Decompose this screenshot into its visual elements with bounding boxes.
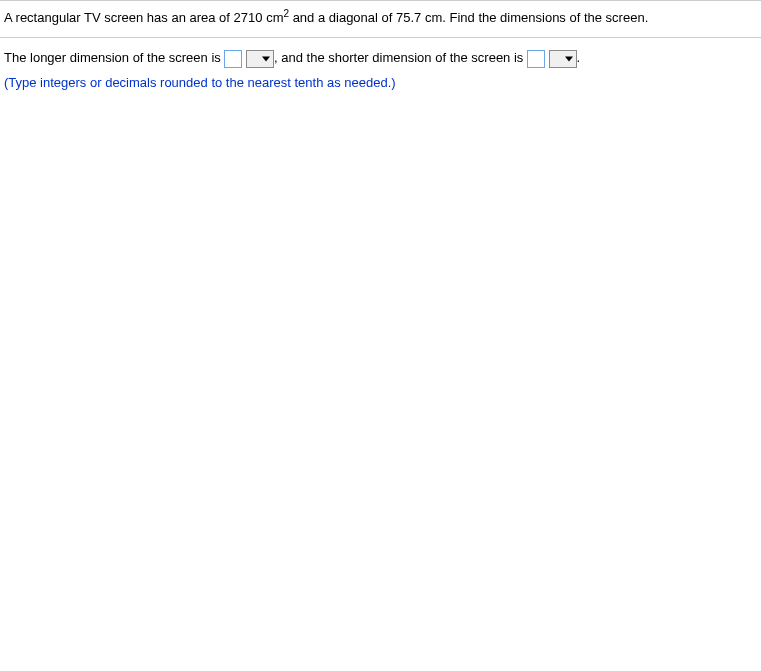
- chevron-down-icon: [262, 56, 270, 61]
- problem-text-between: and a diagonal of: [289, 10, 396, 25]
- problem-text-after: . Find the dimensions of the screen.: [442, 10, 648, 25]
- answer-area: The longer dimension of the screen is , …: [0, 38, 761, 103]
- shorter-dimension-input[interactable]: [527, 50, 545, 68]
- area-unit-base: cm: [266, 10, 283, 25]
- answer-suffix: .: [577, 50, 581, 65]
- answer-prefix-longer: The longer dimension of the screen is: [4, 50, 224, 65]
- problem-statement: A rectangular TV screen has an area of 2…: [0, 0, 761, 38]
- area-value: 2710: [234, 10, 263, 25]
- shorter-unit-select[interactable]: [549, 50, 577, 68]
- diagonal-value: 75.7: [396, 10, 421, 25]
- answer-line: The longer dimension of the screen is , …: [4, 46, 757, 71]
- longer-unit-select[interactable]: [246, 50, 274, 68]
- diagonal-unit: cm: [425, 10, 442, 25]
- chevron-down-icon: [565, 56, 573, 61]
- problem-text-before-area: A rectangular TV screen has an area of: [4, 10, 234, 25]
- answer-hint: (Type integers or decimals rounded to th…: [4, 71, 757, 96]
- answer-between: , and the shorter dimension of the scree…: [274, 50, 527, 65]
- longer-dimension-input[interactable]: [224, 50, 242, 68]
